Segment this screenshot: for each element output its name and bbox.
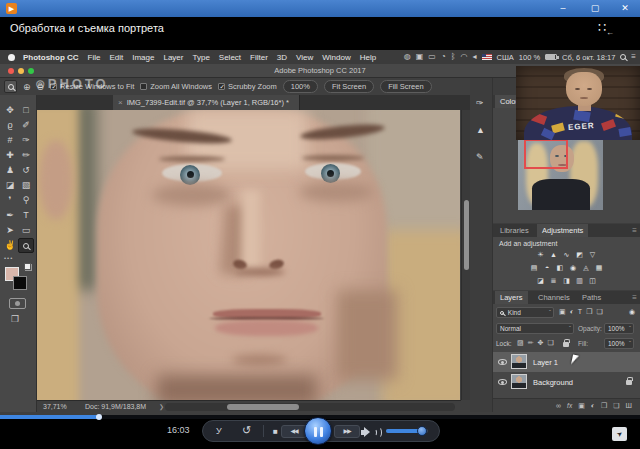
app-menu[interactable]: Photoshop CC: [23, 53, 79, 62]
fill-screen-button[interactable]: Fill Screen: [380, 80, 431, 93]
lock-transparency-icon[interactable]: ▨: [517, 339, 524, 347]
vertical-scrollbar[interactable]: [461, 110, 470, 400]
default-colors-icon[interactable]: [24, 263, 32, 271]
zoom-tool-preset-icon[interactable]: [4, 80, 17, 93]
gradient-map-icon[interactable]: ▥: [575, 277, 584, 285]
zoom-tool[interactable]: [18, 238, 34, 253]
menu-item[interactable]: 3D: [277, 53, 287, 62]
fill-dropdown[interactable]: 100% ˇ: [604, 338, 634, 349]
visibility-eye-icon[interactable]: [498, 379, 507, 385]
marquee-tool[interactable]: □: [18, 103, 34, 118]
brush-tool[interactable]: ✏: [18, 148, 34, 163]
playlist-grid-icon[interactable]: ∷ ←: [598, 23, 606, 33]
channel-mixer-icon[interactable]: ◬: [582, 264, 591, 272]
opacity-dropdown[interactable]: 100% ˇ: [604, 323, 634, 334]
horizontal-scrollbar-thumb[interactable]: [227, 404, 299, 410]
brushes-panel-icon[interactable]: ✑: [476, 98, 485, 108]
brightness-contrast-icon[interactable]: ☀: [536, 251, 545, 259]
tab-libraries[interactable]: Libraries: [495, 224, 534, 237]
input-language[interactable]: США: [497, 53, 514, 62]
eraser-tool[interactable]: ◪: [2, 178, 18, 193]
move-tool[interactable]: ✥: [2, 103, 18, 118]
screen-mode-icon[interactable]: ❐: [11, 314, 19, 324]
apple-menu-icon[interactable]: [8, 54, 15, 61]
adjustment-layer-icon[interactable]: ◐: [591, 402, 595, 409]
history-brush-tool[interactable]: ↺: [18, 163, 34, 178]
minimize-button[interactable]: –: [548, 0, 578, 17]
tab-layers[interactable]: Layers: [495, 291, 528, 304]
horizontal-scrollbar[interactable]: [165, 403, 455, 411]
menu-item[interactable]: Edit: [109, 53, 123, 62]
menu-item[interactable]: File: [88, 53, 101, 62]
blend-mode-dropdown[interactable]: Normal ˇ: [496, 323, 574, 334]
filter-type-icon[interactable]: T: [578, 308, 582, 315]
layer-row-layer1[interactable]: Layer 1: [493, 352, 640, 372]
path-selection-tool[interactable]: ➤: [2, 223, 18, 238]
dodge-tool[interactable]: ⚲: [18, 193, 34, 208]
delete-layer-icon[interactable]: Ш: [626, 402, 632, 409]
invert-icon[interactable]: ◪: [536, 277, 545, 285]
menu-item[interactable]: Type: [192, 53, 209, 62]
filter-pin-toggle[interactable]: ◉: [629, 308, 635, 316]
navigator-viewbox[interactable]: [524, 139, 568, 169]
link-layers-icon[interactable]: ∞: [556, 402, 561, 409]
spotlight-icon[interactable]: [620, 54, 626, 60]
crop-tool[interactable]: #: [2, 133, 18, 148]
healing-brush-tool[interactable]: ✚: [2, 148, 18, 163]
filter-image-icon[interactable]: ▣: [559, 308, 566, 316]
blur-tool[interactable]: ❜: [2, 193, 18, 208]
fast-forward-button[interactable]: ▶▶: [334, 425, 360, 438]
repeat-icon[interactable]: ↺: [242, 424, 251, 437]
eyedropper-tool[interactable]: ✑: [18, 133, 34, 148]
vertical-scrollbar-thumb[interactable]: [464, 200, 469, 270]
zoom-all-windows-checkbox[interactable]: Zoom All Windows: [140, 82, 212, 91]
menu-item[interactable]: Help: [360, 53, 376, 62]
menu-item[interactable]: Filter: [250, 53, 268, 62]
group-layers-icon[interactable]: ❒: [601, 402, 607, 410]
status-chevron-icon[interactable]: ❯: [159, 403, 164, 410]
document-tab[interactable]: × IMG_7399-Edit.tif @ 37,7% (Layer 1, RG…: [113, 95, 300, 110]
layer-effects-icon[interactable]: fx: [567, 402, 572, 409]
exposure-icon[interactable]: ◩: [575, 251, 584, 259]
display-icon[interactable]: ▭: [428, 50, 436, 64]
tab-channels[interactable]: Channels: [533, 291, 575, 304]
seek-bar-playhead[interactable]: [96, 414, 102, 420]
gradient-tool[interactable]: ▧: [18, 178, 34, 193]
zoom-100-button[interactable]: 100%: [283, 80, 318, 93]
color-balance-icon[interactable]: ◓: [543, 264, 552, 272]
lock-position-icon[interactable]: ✥: [538, 339, 544, 347]
tab-adjustments[interactable]: Adjustments: [537, 224, 588, 237]
edit-toolbar-dots[interactable]: •••: [4, 255, 13, 261]
levels-icon[interactable]: ▲: [549, 251, 558, 259]
layer-thumbnail[interactable]: [511, 374, 527, 389]
histogram-panel-icon[interactable]: ▲: [476, 125, 485, 135]
filter-smart-icon[interactable]: ❏: [596, 308, 602, 316]
posterize-icon[interactable]: ≣: [549, 277, 558, 285]
black-white-icon[interactable]: ◧: [556, 264, 565, 272]
notification-center-icon[interactable]: ≡: [631, 50, 636, 64]
wifi-icon[interactable]: ◠: [461, 50, 468, 64]
panel-menu-icon[interactable]: ≡: [632, 291, 637, 304]
panel-menu-icon[interactable]: ≡: [632, 224, 637, 237]
volume-icon[interactable]: ◂: [473, 50, 477, 64]
lock-artboard-icon[interactable]: ❏: [547, 339, 553, 347]
dropbox-icon[interactable]: ▣: [416, 50, 424, 64]
type-tool[interactable]: T: [18, 208, 34, 223]
curves-icon[interactable]: ∿: [562, 251, 571, 259]
maximize-button[interactable]: ▢: [580, 0, 610, 17]
stop-button[interactable]: ■: [273, 427, 278, 436]
quick-mask-icon[interactable]: [9, 298, 26, 309]
app-status-icon[interactable]: ◍: [404, 50, 411, 64]
clone-stamp-tool[interactable]: ♟: [2, 163, 18, 178]
selective-color-icon[interactable]: ◫: [588, 277, 597, 285]
layer-mask-icon[interactable]: ▣: [578, 402, 585, 410]
hand-tool[interactable]: ✌: [2, 238, 18, 253]
visibility-eye-icon[interactable]: [498, 359, 507, 365]
layer-name[interactable]: Layer 1: [533, 358, 558, 367]
layer-row-background[interactable]: Background: [493, 372, 640, 392]
shape-tool[interactable]: ▭: [18, 223, 34, 238]
quick-selection-tool[interactable]: ✐: [18, 118, 34, 133]
menu-item[interactable]: View: [296, 53, 313, 62]
tab-paths[interactable]: Paths: [577, 291, 606, 304]
close-button[interactable]: ✕: [610, 0, 640, 17]
